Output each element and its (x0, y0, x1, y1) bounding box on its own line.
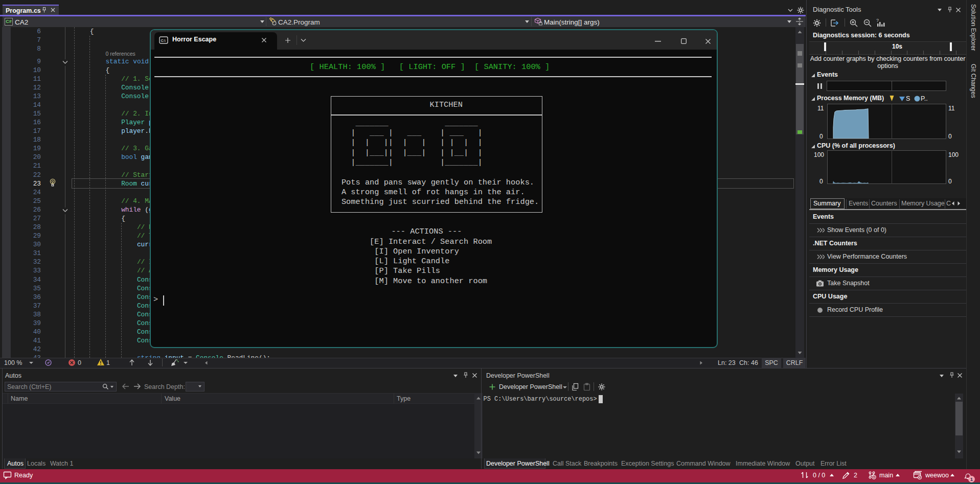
svg-text:C:\: C:\ (161, 39, 165, 42)
svg-text:?: ? (876, 18, 879, 23)
